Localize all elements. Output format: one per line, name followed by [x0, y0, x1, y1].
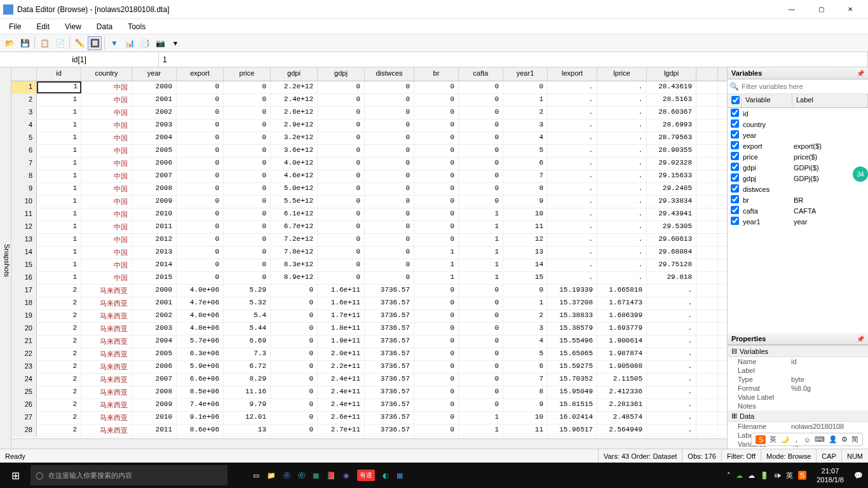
cell-price[interactable]: 0 [224, 81, 271, 93]
variable-row[interactable]: distwces [728, 184, 868, 194]
cell-gdpj[interactable]: 0 [318, 132, 365, 144]
cell-id[interactable]: 1 [37, 107, 81, 119]
row-number[interactable]: 20 [11, 323, 37, 335]
cell-br[interactable]: 0 [414, 145, 459, 157]
cell-gdpi[interactable]: 0 [271, 424, 318, 437]
cell-lexport[interactable]: 16.02414 [548, 412, 597, 424]
row-number[interactable]: 11 [11, 208, 37, 220]
table-row[interactable]: 81中国2007004.6e+1200007..29.15633 [11, 170, 727, 183]
cell-lexport[interactable]: . [548, 272, 597, 284]
cell-country[interactable]: 中国 [81, 221, 132, 233]
cell-distwces[interactable]: 0 [365, 272, 414, 284]
cell-price[interactable]: 11.16 [224, 386, 271, 398]
cell-lprice[interactable]: . [597, 183, 647, 195]
cell-export[interactable]: 5.7e+06 [177, 336, 224, 348]
close-button[interactable]: ✕ [836, 0, 865, 19]
taskbar-clock[interactable]: 21:07 2018/1/8 [811, 466, 849, 484]
row-number[interactable]: 19 [11, 310, 37, 322]
cell-lexport[interactable]: . [548, 132, 597, 144]
cell-lgdpi[interactable]: 29.33834 [647, 196, 696, 208]
cell-lexport[interactable]: . [548, 259, 597, 271]
pin-icon[interactable]: 📌 [857, 70, 864, 77]
cell-year1[interactable]: 10 [503, 412, 548, 424]
cell-year1[interactable]: 3 [503, 323, 548, 335]
cell-distwces[interactable]: 0 [365, 107, 414, 119]
cell-id[interactable]: 1 [37, 145, 81, 157]
taskview-icon[interactable]: ▭ [253, 471, 259, 480]
cell-cafta[interactable]: 0 [459, 183, 503, 195]
cell-gdpj[interactable]: 0 [318, 247, 365, 259]
cell-lgdpj[interactable] [696, 310, 718, 322]
cell-br[interactable]: 0 [414, 285, 459, 297]
ime-smile-icon[interactable]: ☺ [804, 436, 811, 444]
cell-lprice[interactable]: 1.987874 [597, 348, 647, 360]
cell-price[interactable]: 0 [224, 196, 271, 208]
cell-year[interactable]: 2009 [132, 196, 177, 208]
cell-year[interactable]: 2008 [132, 386, 177, 398]
cell-distwces[interactable]: 3736.57 [365, 336, 414, 348]
cell-cafta[interactable]: 0 [459, 119, 503, 132]
cell-distwces[interactable]: 0 [365, 81, 414, 93]
cell-export[interactable]: 4.8e+06 [177, 323, 224, 335]
cell-gdpi[interactable]: 3.2e+12 [271, 132, 318, 144]
cell-gdpj[interactable]: 0 [318, 234, 365, 246]
cell-cafta[interactable]: 0 [459, 336, 503, 348]
cell-cafta[interactable]: 1 [459, 259, 503, 271]
cell-export[interactable]: 0 [177, 170, 224, 182]
cell-lprice[interactable]: 1.900614 [597, 336, 647, 348]
cell-lgdpi[interactable]: 28.90355 [647, 145, 696, 157]
cell-year[interactable]: 2004 [132, 336, 177, 348]
taskbar-search[interactable]: ◯ 在这里输入你要搜索的内容 [31, 465, 227, 485]
cell-gdpi[interactable]: 0 [271, 285, 318, 297]
cell-export[interactable]: 0 [177, 183, 224, 195]
cell-country[interactable]: 中国 [81, 259, 132, 271]
ime-person-icon[interactable]: 👤 [829, 435, 837, 444]
cell-id[interactable]: 2 [37, 386, 81, 398]
table-row[interactable]: 262马来西亚20097.4e+069.7902.4e+113736.57009… [11, 399, 727, 412]
cell-cafta[interactable]: 1 [459, 424, 503, 437]
col-year[interactable]: year [132, 67, 177, 81]
cell-value[interactable]: 1 [159, 52, 868, 67]
cell-lprice[interactable]: 2.11505 [597, 374, 647, 386]
row-number[interactable]: 27 [11, 412, 37, 424]
cell-br[interactable]: 1 [414, 259, 459, 271]
cell-country[interactable]: 中国 [81, 208, 132, 220]
cell-gdpi[interactable]: 5.0e+12 [271, 183, 318, 195]
cell-year[interactable]: 2002 [132, 310, 177, 322]
cell-year1[interactable]: 2 [503, 107, 548, 119]
cell-gdpj[interactable]: 1.8e+11 [318, 323, 365, 335]
row-number[interactable]: 14 [11, 247, 37, 259]
cell-gdpj[interactable]: 0 [318, 119, 365, 132]
row-number[interactable]: 3 [11, 107, 37, 119]
cell-year[interactable]: 2006 [132, 361, 177, 373]
cell-cafta[interactable]: 0 [459, 310, 503, 322]
cell-id[interactable]: 1 [37, 234, 81, 246]
variables-list[interactable]: Variable Label idcountryyearexportexport… [728, 94, 868, 227]
notification-badge[interactable]: 34 [853, 166, 868, 182]
cell-distwces[interactable]: 0 [365, 158, 414, 170]
cell-cafta[interactable]: 1 [459, 221, 503, 233]
wechat-icon[interactable]: ☁ [736, 471, 743, 480]
cell-br[interactable]: 0 [414, 323, 459, 335]
cell-lgdpj[interactable] [696, 234, 718, 246]
table-row[interactable]: 11中国2000002.2e+1200000..28.43619 [11, 81, 727, 94]
cell-lprice[interactable]: . [597, 132, 647, 144]
cell-id[interactable]: 2 [37, 285, 81, 297]
table-row[interactable]: 121中国2011006.7e+12000111..29.5305 [11, 221, 727, 234]
cell-country[interactable]: 中国 [81, 107, 132, 119]
cell-lgdpj[interactable] [696, 170, 718, 182]
row-number[interactable]: 18 [11, 297, 37, 309]
cell-year1[interactable]: 3 [503, 119, 548, 132]
cell-year[interactable]: 2006 [132, 158, 177, 170]
ime-lang-label[interactable]: 英 [770, 435, 776, 444]
cell-lprice[interactable]: 1.905088 [597, 361, 647, 373]
cell-br[interactable]: 0 [414, 310, 459, 322]
cell-id[interactable]: 1 [37, 119, 81, 132]
row-number[interactable]: 24 [11, 374, 37, 386]
cell-year[interactable]: 2003 [132, 323, 177, 335]
cell-lgdpi[interactable]: . [647, 297, 696, 309]
cell-cafta[interactable]: 0 [459, 285, 503, 297]
cell-gdpj[interactable]: 0 [318, 259, 365, 271]
app-icon[interactable]: ◐ [383, 471, 389, 480]
cell-export[interactable]: 0 [177, 107, 224, 119]
